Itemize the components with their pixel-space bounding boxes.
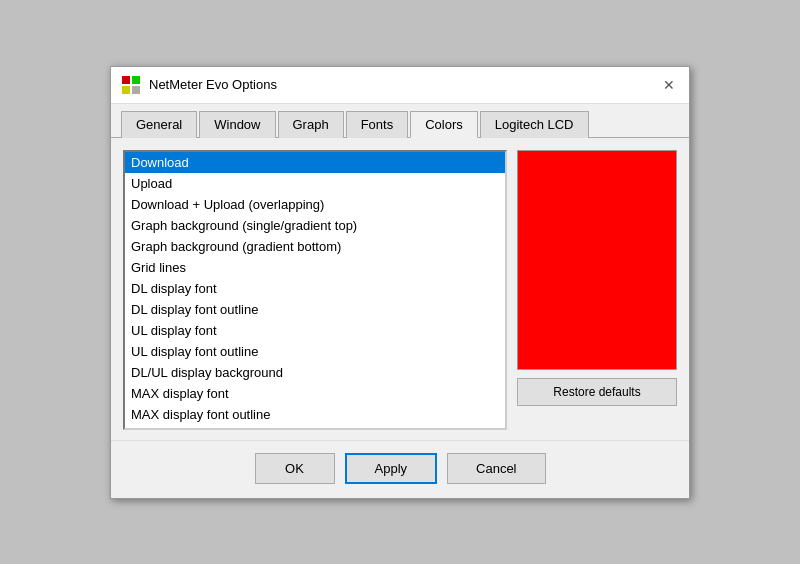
tab-bar: General Window Graph Fonts Colors Logite…: [111, 104, 689, 138]
tab-logitech[interactable]: Logitech LCD: [480, 111, 589, 138]
footer: OK Apply Cancel: [111, 440, 689, 498]
cancel-button[interactable]: Cancel: [447, 453, 545, 484]
list-item[interactable]: Upload: [125, 173, 505, 194]
title-bar: NetMeter Evo Options ✕: [111, 67, 689, 104]
svg-rect-0: [122, 76, 130, 84]
app-icon: [121, 75, 141, 95]
color-preview[interactable]: [517, 150, 677, 370]
list-item[interactable]: Download + Upload (overlapping): [125, 194, 505, 215]
list-item[interactable]: MAX display font outline: [125, 404, 505, 425]
apply-button[interactable]: Apply: [345, 453, 438, 484]
title-bar-left: NetMeter Evo Options: [121, 75, 277, 95]
list-item[interactable]: Graph background (single/gradient top): [125, 215, 505, 236]
window-title: NetMeter Evo Options: [149, 77, 277, 92]
main-area: Download Upload Download + Upload (overl…: [123, 150, 677, 430]
color-list[interactable]: Download Upload Download + Upload (overl…: [123, 150, 507, 430]
tab-window[interactable]: Window: [199, 111, 275, 138]
list-item[interactable]: DL/UL display background: [125, 362, 505, 383]
restore-defaults-button[interactable]: Restore defaults: [517, 378, 677, 406]
list-item[interactable]: Graph background (gradient bottom): [125, 236, 505, 257]
list-item[interactable]: Grid lines: [125, 257, 505, 278]
ok-button[interactable]: OK: [255, 453, 335, 484]
svg-rect-1: [132, 76, 140, 84]
main-window: NetMeter Evo Options ✕ General Window Gr…: [110, 66, 690, 499]
close-button[interactable]: ✕: [659, 75, 679, 95]
tab-graph[interactable]: Graph: [278, 111, 344, 138]
content-area: Download Upload Download + Upload (overl…: [111, 138, 689, 440]
tab-colors[interactable]: Colors: [410, 111, 478, 138]
list-item[interactable]: DL display font outline: [125, 299, 505, 320]
tab-general[interactable]: General: [121, 111, 197, 138]
svg-rect-3: [132, 86, 140, 94]
list-item[interactable]: DL display font: [125, 278, 505, 299]
svg-rect-2: [122, 86, 130, 94]
list-item[interactable]: MAX display font: [125, 383, 505, 404]
tab-fonts[interactable]: Fonts: [346, 111, 409, 138]
list-item[interactable]: UL display font: [125, 320, 505, 341]
list-item[interactable]: Download: [125, 152, 505, 173]
right-panel: Restore defaults: [517, 150, 677, 430]
list-item[interactable]: UL display font outline: [125, 341, 505, 362]
